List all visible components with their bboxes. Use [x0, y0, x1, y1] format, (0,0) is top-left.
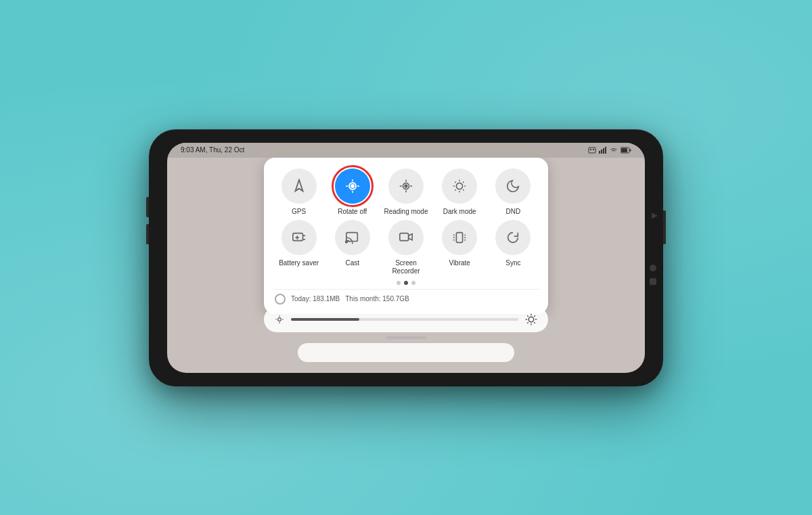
- battery-saver-label: Battery saver: [279, 259, 319, 267]
- brightness-track[interactable]: [291, 318, 518, 321]
- sync-label: Sync: [505, 259, 520, 267]
- qs-item-reading-mode[interactable]: Reading mode: [383, 169, 429, 216]
- svg-rect-6: [605, 147, 606, 154]
- qs-item-rotate-off[interactable]: Rotate off: [330, 169, 376, 216]
- gps-icon-wrap: [281, 169, 317, 204]
- qs-item-dark-mode[interactable]: Dark mode: [436, 169, 482, 216]
- wifi-icon: [610, 147, 618, 154]
- svg-point-11: [351, 185, 354, 187]
- svg-line-54: [527, 322, 528, 323]
- svg-rect-27: [292, 233, 302, 240]
- volume-up-button[interactable]: [146, 197, 149, 217]
- signal-icon: [599, 147, 607, 154]
- gps-label: GPS: [292, 208, 306, 216]
- power-button[interactable]: [663, 210, 666, 244]
- screen-recorder-icon-wrap: [388, 220, 424, 255]
- phone-frame: ▶ 9:03 AM, Thu, 22 Oct: [149, 129, 663, 386]
- sim-icon: [588, 147, 596, 154]
- svg-rect-34: [400, 233, 409, 240]
- dnd-label: DND: [506, 208, 521, 216]
- qs-item-dnd[interactable]: DND: [490, 169, 536, 216]
- dark-mode-icon-wrap: [442, 169, 477, 204]
- svg-rect-35: [457, 232, 463, 242]
- brightness-bar[interactable]: [264, 307, 548, 332]
- rotate-off-icon-wrap: [335, 169, 370, 204]
- brightness-high-icon: [525, 313, 537, 326]
- svg-rect-9: [630, 149, 631, 151]
- svg-line-55: [534, 315, 535, 317]
- drag-handle: [386, 336, 426, 339]
- svg-line-52: [527, 315, 528, 317]
- qs-item-vibrate[interactable]: Vibrate: [436, 220, 482, 275]
- home-button[interactable]: [650, 265, 656, 271]
- dot-3: [411, 281, 415, 285]
- qs-item-screen-recorder[interactable]: Screen Recorder: [383, 220, 429, 275]
- dark-mode-label: Dark mode: [443, 208, 476, 216]
- svg-point-42: [278, 317, 281, 321]
- dot-2: [404, 281, 408, 285]
- cast-icon-wrap: [335, 220, 370, 255]
- svg-line-24: [463, 189, 464, 190]
- svg-rect-4: [601, 150, 602, 154]
- svg-rect-3: [599, 151, 600, 154]
- svg-line-23: [455, 181, 456, 182]
- status-icons: [588, 147, 631, 154]
- sync-icon-wrap: [495, 220, 531, 255]
- svg-line-25: [455, 189, 456, 190]
- qs-item-cast[interactable]: Cast: [330, 220, 376, 275]
- data-month: This month: 150.7GB: [345, 295, 409, 303]
- quick-settings-row-2: Battery saver Cast: [272, 220, 540, 275]
- svg-point-18: [457, 183, 463, 189]
- svg-line-26: [463, 181, 464, 182]
- pagination-dots: [272, 281, 540, 285]
- quick-settings-panel: GPS Rotate off: [264, 158, 548, 314]
- reading-mode-label: Reading mode: [384, 208, 428, 216]
- reading-mode-icon-wrap: [388, 169, 424, 204]
- svg-point-13: [405, 185, 407, 187]
- cast-label: Cast: [346, 259, 360, 267]
- svg-point-47: [528, 317, 534, 322]
- svg-rect-8: [621, 148, 627, 152]
- vibrate-label: Vibrate: [449, 259, 470, 267]
- rotate-off-label: Rotate off: [338, 208, 367, 216]
- data-today: Today: 183.1MB: [291, 295, 340, 303]
- data-usage-icon: [275, 294, 286, 305]
- phone-screen: 9:03 AM, Thu, 22 Oct: [167, 143, 645, 373]
- qs-item-battery-saver[interactable]: Battery saver: [276, 220, 322, 275]
- svg-rect-0: [589, 148, 595, 153]
- dot-1: [397, 281, 401, 285]
- recents-button[interactable]: [650, 278, 656, 285]
- brightness-fill: [291, 318, 359, 321]
- battery-saver-icon-wrap: [281, 220, 317, 255]
- qs-item-gps[interactable]: GPS: [276, 169, 322, 216]
- quick-settings-row-1: GPS Rotate off: [272, 169, 540, 216]
- volume-down-button[interactable]: [146, 224, 149, 244]
- screen-recorder-label: Screen Recorder: [383, 259, 429, 275]
- data-usage-row: Today: 183.1MB This month: 150.7GB: [272, 289, 540, 306]
- svg-rect-1: [590, 149, 591, 150]
- battery-icon: [621, 147, 631, 154]
- status-bar: 9:03 AM, Thu, 22 Oct: [167, 143, 645, 158]
- dnd-icon-wrap: [495, 169, 531, 204]
- svg-rect-5: [603, 148, 604, 154]
- back-arrow-icon: ▶: [652, 210, 658, 220]
- vibrate-icon-wrap: [442, 220, 477, 255]
- qs-item-sync[interactable]: Sync: [490, 220, 536, 275]
- svg-rect-2: [593, 149, 594, 150]
- brightness-low-icon: [275, 315, 284, 324]
- swipe-hint-bar: [298, 343, 514, 362]
- status-time: 9:03 AM, Thu, 22 Oct: [181, 146, 244, 154]
- svg-line-53: [534, 322, 535, 323]
- svg-point-33: [345, 241, 347, 243]
